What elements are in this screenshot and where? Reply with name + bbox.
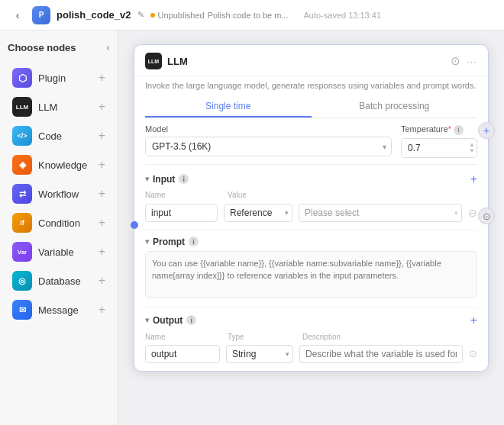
status-dot (150, 13, 155, 18)
input-info-icon: i (179, 174, 189, 184)
main-layout: Choose nodes ‹ ⬡ Plugin + LLM LLM + </> … (0, 31, 504, 425)
output-title-label: Output (153, 315, 183, 326)
output-type-wrapper: String ▾ (226, 345, 293, 363)
input-add-button[interactable]: + (470, 172, 477, 186)
output-row-header: Name Type Description (145, 331, 477, 343)
sidebar-item-condition-label: Condition (38, 217, 80, 229)
model-label: Model (145, 124, 392, 134)
prompt-textarea[interactable] (145, 251, 477, 298)
right-add-connector[interactable]: + (478, 122, 495, 139)
sidebar-item-code-label: Code (38, 130, 62, 142)
model-temp-row: Model GPT-3.5 (16K) ▾ Temperature* i (134, 118, 488, 163)
back-button[interactable]: ‹ (9, 7, 26, 24)
sidebar-collapse-button[interactable]: ‹ (106, 41, 110, 53)
output-type-select[interactable]: String (226, 345, 293, 363)
input-type-wrapper: Reference ▾ (224, 204, 292, 222)
more-menu-icon[interactable]: ··· (467, 56, 477, 67)
condition-add-icon[interactable]: + (99, 216, 105, 230)
autosave-label: Auto-saved 13:13:41 (303, 11, 381, 20)
sidebar-item-database[interactable]: ◎ Database + (8, 267, 110, 295)
temperature-label: Temperature* i (401, 124, 477, 135)
temperature-group: Temperature* i ▲ ▼ (401, 124, 477, 158)
sidebar-item-condition[interactable]: If Condition + (8, 209, 110, 237)
app-icon: P (32, 6, 50, 24)
sidebar-item-message[interactable]: ✉ Message + (8, 296, 110, 324)
panel-description: Invoke the large language model, generat… (134, 76, 488, 96)
temperature-info-icon: i (454, 125, 464, 135)
sidebar-item-knowledge[interactable]: ◈ Knowledge + (8, 151, 110, 179)
sidebar-item-workflow[interactable]: ⇄ Workflow + (8, 180, 110, 208)
panel-title: LLM (167, 56, 188, 67)
sidebar-item-message-label: Message (38, 304, 79, 316)
database-add-icon[interactable]: + (99, 274, 105, 288)
edit-title-icon[interactable]: ✎ (137, 10, 144, 20)
model-select[interactable]: GPT-3.5 (16K) (145, 137, 392, 156)
sidebar-item-code[interactable]: </> Code + (8, 122, 110, 150)
topbar: ‹ P polish_code_v2 ✎ Unpublished Polish … (0, 0, 504, 31)
code-add-icon[interactable]: + (99, 129, 105, 143)
plugin-add-icon[interactable]: + (99, 71, 105, 85)
sidebar-item-workflow-left: ⇄ Workflow (12, 184, 79, 204)
plugin-icon: ⬡ (12, 68, 32, 88)
model-group: Model GPT-3.5 (16K) ▾ (145, 124, 392, 156)
model-select-wrapper: GPT-3.5 (16K) ▾ (145, 137, 392, 156)
sidebar-item-variable-label: Variable (38, 246, 74, 258)
variable-add-icon[interactable]: + (99, 245, 105, 259)
flow-name: Polish code to be m... (208, 11, 289, 20)
input-section-header: ▾ Input i + (134, 166, 488, 189)
llm-panel: LLM LLM ⊙ ··· Invoke the large language … (134, 44, 489, 372)
right-connectors: + ⊙ (478, 122, 495, 224)
output-info-icon: i (186, 315, 196, 325)
temp-down-icon[interactable]: ▼ (469, 148, 475, 154)
input-data-row: Reference ▾ Please select ▾ ⊖ (134, 201, 488, 225)
knowledge-icon: ◈ (12, 155, 32, 175)
workflow-icon: ⇄ (12, 184, 32, 204)
input-value-select[interactable]: Please select (299, 204, 462, 222)
input-name-field[interactable] (145, 204, 218, 222)
sidebar-item-condition-left: If Condition (12, 213, 80, 233)
right-expand-connector[interactable]: ⊙ (478, 208, 495, 224)
sidebar-item-plugin-left: ⬡ Plugin (12, 68, 66, 88)
llm-icon: LLM (12, 97, 32, 117)
output-description-field[interactable] (299, 345, 463, 363)
tab-batch-processing[interactable]: Batch processing (312, 96, 478, 118)
output-title: ▾ Output i (145, 315, 196, 326)
prompt-title-label: Prompt (153, 237, 185, 247)
settings-icon[interactable]: ⊙ (451, 54, 460, 68)
input-section-title: ▾ Input i (145, 174, 189, 185)
sidebar-item-database-left: ◎ Database (12, 271, 81, 291)
workflow-add-icon[interactable]: + (99, 187, 105, 201)
input-collapse-icon[interactable]: ▾ (145, 175, 149, 183)
variable-icon: Var (12, 242, 32, 262)
panel-header: LLM LLM ⊙ ··· (134, 45, 488, 76)
status-badge: Unpublished Polish code to be m... (150, 11, 289, 20)
llm-add-icon[interactable]: + (99, 100, 105, 114)
condition-icon: If (12, 213, 32, 233)
message-icon: ✉ (12, 300, 32, 320)
sidebar-title: Choose nodes (8, 42, 76, 53)
output-row-info-icon[interactable]: ⊙ (469, 348, 477, 359)
code-icon: </> (12, 126, 32, 146)
sidebar-item-plugin[interactable]: ⬡ Plugin + (8, 64, 110, 92)
output-name-field[interactable] (145, 345, 220, 363)
input-remove-button[interactable]: ⊖ (468, 207, 477, 219)
temperature-input[interactable] (401, 138, 477, 158)
output-collapse-icon[interactable]: ▾ (145, 316, 149, 324)
input-title-label: Input (153, 174, 175, 185)
input-col-name-label: Name (145, 191, 221, 199)
output-header: ▾ Output i + (145, 314, 477, 327)
sidebar-item-llm[interactable]: LLM LLM + (8, 93, 110, 121)
message-add-icon[interactable]: + (99, 303, 105, 317)
prompt-section: ▾ Prompt i (134, 232, 488, 305)
panel-header-right: ⊙ ··· (451, 54, 477, 68)
tab-single-time[interactable]: Single time (145, 96, 312, 118)
input-row-header: Name Value (134, 189, 488, 201)
prompt-collapse-icon[interactable]: ▾ (145, 237, 149, 246)
output-add-button[interactable]: + (470, 314, 477, 327)
knowledge-add-icon[interactable]: + (99, 158, 105, 172)
output-col-name-label: Name (145, 333, 221, 341)
prompt-header: ▾ Prompt i (145, 237, 477, 247)
input-type-select[interactable]: Reference (224, 204, 292, 222)
sidebar-item-variable[interactable]: Var Variable + (8, 238, 110, 266)
output-section: ▾ Output i + Name Type Description Str (134, 309, 488, 371)
